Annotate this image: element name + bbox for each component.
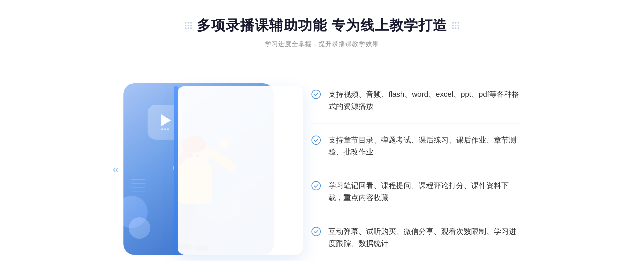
content-section: « [107, 64, 537, 261]
circle-decoration-2 [129, 217, 150, 239]
svg-point-23 [312, 227, 320, 236]
page-subtitle: 学习进度全掌握，提升录播课教学效果 [265, 40, 379, 48]
check-icon-2 [311, 135, 321, 145]
svg-point-21 [312, 136, 320, 144]
page-wrapper: 多项录播课辅助功能 专为线上教学打造 学习进度全掌握，提升录播课教学效果 « [0, 0, 644, 261]
title-row: 多项录播课辅助功能 专为线上教学打造 [185, 16, 459, 35]
left-decorative-dots [185, 22, 192, 29]
feature-item-1: 支持视频、音频、flash、word、excel、ppt、pdf等各种格式的资源… [311, 78, 521, 124]
feature-text-1: 支持视频、音频、flash、word、excel、ppt、pdf等各种格式的资源… [328, 88, 521, 113]
svg-point-20 [312, 90, 320, 99]
check-icon-1 [311, 90, 321, 99]
svg-point-22 [312, 181, 320, 190]
features-area: 支持视频、音频、flash、word、excel、ppt、pdf等各种格式的资源… [290, 64, 537, 261]
feature-text-2: 支持章节目录、弹题考试、课后练习、课后作业、章节测验、批改作业 [328, 134, 521, 158]
right-decorative-dots [452, 22, 459, 29]
check-icon-3 [311, 181, 321, 191]
illustration-area: « [107, 75, 290, 261]
header-section: 多项录播课辅助功能 专为线上教学打造 学习进度全掌握，提升录播课教学效果 [185, 16, 459, 48]
feature-text-3: 学习笔记回看、课程提问、课程评论打分、课件资料下载，重点内容收藏 [328, 180, 521, 204]
feature-item-4: 互动弹幕、试听购买、微信分享、观看次数限制、学习进度跟踪、数据统计 [311, 215, 521, 260]
left-nav-arrow[interactable]: « [113, 163, 119, 175]
blue-accent-bar [174, 86, 178, 255]
check-icon-4 [311, 227, 321, 236]
feature-item-2: 支持章节目录、弹题考试、课后练习、课后作业、章节测验、批改作业 [311, 124, 521, 169]
feature-text-4: 互动弹幕、试听购买、微信分享、观看次数限制、学习进度跟踪、数据统计 [328, 226, 521, 250]
page-title: 多项录播课辅助功能 专为线上教学打造 [197, 16, 447, 35]
white-card [177, 86, 303, 255]
lines-decoration [131, 177, 148, 199]
feature-item-3: 学习笔记回看、课程提问、课程评论打分、课件资料下载，重点内容收藏 [311, 169, 521, 215]
